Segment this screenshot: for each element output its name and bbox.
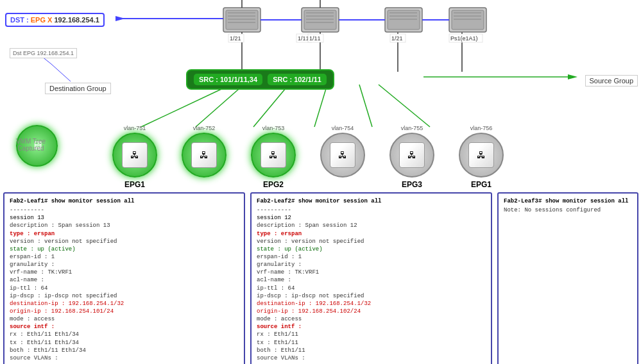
leaf2-divider: ---------- <box>257 206 486 214</box>
svg-line-20 <box>314 85 327 127</box>
epg-node-1b: vlan-752 🖧 <box>175 125 233 189</box>
src-box-1: SRC : 101/1/11,34 <box>194 74 262 85</box>
svg-marker-24 <box>568 74 577 79</box>
epg-icon-2: 🖧 <box>261 142 286 168</box>
epg-row: vlan-751 🖧 EPG1 vlan-752 🖧 vlan-753 🖧 EP… <box>106 125 510 189</box>
leaf2-dscp: ip-dscp : ip-dscp not specified <box>257 292 486 300</box>
svg-rect-31 <box>228 34 244 42</box>
leaf1-mode: mode : access <box>10 315 239 323</box>
leaf3-header: Fab2-Leaf3# show monitor session all <box>504 197 632 205</box>
leaf2-version: version : version not specified <box>257 238 486 245</box>
source-group-label: Source Group <box>585 75 638 87</box>
leaf1-divider: ---------- <box>10 206 239 214</box>
leaf2-tx: tx : Eth1/11 <box>257 339 486 347</box>
svg-text:1/21: 1/21 <box>391 35 403 42</box>
svg-line-21 <box>359 85 372 127</box>
leaf1-ttl: ip-ttl : 64 <box>10 285 239 292</box>
dst-label: DST : EPG X 192.168.254.1 <box>5 13 105 27</box>
leaf2-srcintf: source intf : <box>257 323 486 331</box>
svg-rect-7 <box>304 10 336 29</box>
leaf1-line-0: description : Span session 13 <box>10 222 239 229</box>
dst-sub-label: Dst EPG 192.168.254.1 <box>10 48 77 58</box>
leaf1-erspan: erspan-id : 1 <box>10 253 239 261</box>
vlan-label-1: vlan-751 <box>124 125 146 131</box>
svg-rect-35 <box>308 34 323 42</box>
epg-node-3: vlan-755 🖧 EPG3 <box>383 125 441 189</box>
leaf1-rx: rx : Eth1/11 Eth1/34 <box>10 331 239 338</box>
epg-circle-1b: 🖧 <box>182 133 226 178</box>
leaf2-type: type : erspan <box>257 230 486 238</box>
leaf1-destip: destination-ip : 192.168.254.1/32 <box>10 300 239 308</box>
leaf2-line-0: description : Span session 12 <box>257 222 486 229</box>
leaf1-dscp: ip-dscp : ip-dscp not specified <box>10 292 239 300</box>
leaf1-srcvlans: source VLANs : <box>10 354 239 362</box>
svg-line-17 <box>141 85 231 127</box>
leaf1-tx: tx : Eth1/11 Eth1/34 <box>10 339 239 347</box>
epg-circle-3: 🖧 <box>389 133 434 178</box>
terminal-leaf3: Fab2-Leaf3# show monitor session all Not… <box>497 192 638 364</box>
epg-node-2b: vlan-754 🖧 <box>314 125 372 189</box>
svg-rect-39 <box>449 34 483 42</box>
vlan-label-2b: vlan-754 <box>332 125 354 131</box>
leaf1-gran: granularity : <box>10 261 239 269</box>
svg-rect-47 <box>452 10 484 29</box>
epg-circle-2b: 🖧 <box>320 133 365 178</box>
leaf2-srcvlans: source VLANs : <box>257 354 486 362</box>
leaf1-originip: origin-ip : 192.168.254.101/24 <box>10 308 239 315</box>
svg-rect-41 <box>385 8 422 32</box>
leaf1-version: version : version not specified <box>10 238 239 245</box>
svg-rect-6 <box>302 8 339 32</box>
svg-line-25 <box>51 64 71 81</box>
svg-rect-42 <box>388 10 420 29</box>
leaf2-ttl: ip-ttl : 64 <box>257 285 486 292</box>
leaf1-session: session 13 <box>10 214 239 222</box>
svg-marker-14 <box>115 16 125 21</box>
leaf2-both: both : Eth1/11 <box>257 347 486 354</box>
svg-line-18 <box>196 85 244 127</box>
epg-icon-4: 🖧 <box>468 142 494 168</box>
epg-icon-1: 🖧 <box>122 142 148 168</box>
epg-icon-3: 🖧 <box>399 142 425 168</box>
leaf2-erspan: erspan-id : 1 <box>257 253 486 261</box>
leaf1-vrf: vrf-name : TK:VRF1 <box>10 269 239 276</box>
leaf2-vrf: vrf-name : TK:VRF1 <box>257 269 486 276</box>
leaf3-note: Note: No sessions configured <box>504 206 632 214</box>
src-container: SRC : 101/1/11,34 SRC : 102/1/11 <box>186 69 334 90</box>
epg-label-3: EPG3 <box>402 180 422 189</box>
svg-text:1/21: 1/21 <box>230 35 241 42</box>
svg-rect-1 <box>226 10 258 29</box>
epg-icon-2b: 🖧 <box>330 142 355 168</box>
vlan-label-4: vlan-756 <box>470 125 493 131</box>
leaf2-gran: granularity : <box>257 261 486 269</box>
terminal-leaf2: Fab2-Leaf2# show monitor session all ---… <box>250 192 492 364</box>
leaf1-srcintf: source intf : <box>10 323 239 331</box>
epg-label-2: EPG2 <box>263 180 284 189</box>
leaf2-mode: mode : access <box>257 315 486 323</box>
epg-node-2: vlan-753 🖧 EPG2 <box>244 125 302 189</box>
epg-icon-1b: 🖧 <box>191 142 217 168</box>
svg-rect-37 <box>390 34 406 42</box>
leaf1-header: Fab2-Leaf1# show monitor session all <box>10 197 239 205</box>
svg-line-19 <box>253 85 289 127</box>
epg-node-1: vlan-751 🖧 EPG1 <box>106 125 164 189</box>
dst-ip: 192.168.254.1 <box>54 16 99 24</box>
leaf2-rx: rx : Eth1/11 <box>257 331 486 338</box>
vlan-label-1b: vlan-752 <box>193 125 216 131</box>
epg-node-4: vlan-756 🖧 EPG1 <box>452 125 510 189</box>
svg-rect-33 <box>296 34 312 42</box>
leaf2-originip: origin-ip : 192.168.254.102/24 <box>257 308 486 315</box>
leaf2-acl: acl-name : <box>257 276 486 284</box>
leaf2-state: state : up (active) <box>257 245 486 253</box>
leaf1-type: type : erspan <box>10 230 239 238</box>
vmm-label: VMM Tree Captured <box>5 138 56 152</box>
dst-prefix: DST : <box>10 16 31 24</box>
svg-rect-46 <box>449 8 486 32</box>
leaf1-both: both : Eth1/11 Eth1/34 <box>10 347 239 354</box>
terminal-row: Fab2-Leaf1# show monitor session all ---… <box>3 192 638 364</box>
svg-text:1/11: 1/11 <box>309 35 321 42</box>
terminal-leaf1: Fab2-Leaf1# show monitor session all ---… <box>3 192 245 364</box>
epg-circle-4: 🖧 <box>459 133 504 178</box>
leaf1-state: state : up (active) <box>10 245 239 253</box>
leaf2-header: Fab2-Leaf2# show monitor session all <box>257 197 486 205</box>
epg-label-1: EPG1 <box>124 180 145 189</box>
